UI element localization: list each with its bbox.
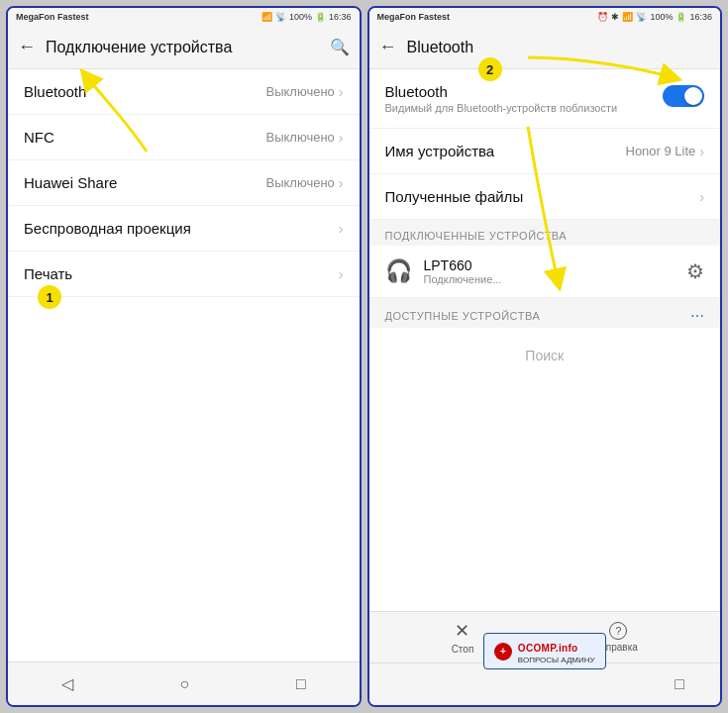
wifi-icon-right: 📡 xyxy=(636,12,647,22)
stop-icon: ✕ xyxy=(455,620,469,642)
chevron-print: › xyxy=(339,266,344,282)
setting-label-nfc: NFC xyxy=(24,129,54,146)
back-nav-left[interactable]: ◁ xyxy=(46,670,89,697)
bluetooth-toggle-text: Bluetooth Видимый для Bluetooth-устройст… xyxy=(385,83,618,114)
received-files-row[interactable]: Полученные файлы › xyxy=(369,174,721,220)
page-title-left: Подключение устройства xyxy=(46,39,320,56)
device-gear-icon[interactable]: ⚙ xyxy=(686,259,704,283)
setting-huawei-share[interactable]: Huawei Share Выключено › xyxy=(8,160,360,206)
setting-nfc[interactable]: NFC Выключено › xyxy=(8,115,360,160)
connected-devices-header: ПОДКЛЮЧЕННЫЕ УСТРОЙСТВА xyxy=(369,220,721,246)
setting-label-huawei-share: Huawei Share xyxy=(24,174,117,191)
left-phone: 1 MegaFon Fastest 📶 📡 100% 🔋 16:36 ← Под… xyxy=(6,6,362,707)
setting-label-wireless: Беспроводная проекция xyxy=(24,220,191,237)
bottom-nav-left: ◁ ○ □ xyxy=(8,662,360,705)
signal-icon-right: 📶 xyxy=(622,12,633,22)
help-label: Справка xyxy=(599,642,638,653)
battery-right: 100% xyxy=(650,12,673,22)
setting-bluetooth[interactable]: Bluetooth Выключено › xyxy=(8,69,360,115)
available-devices-header: ДОСТУПНЫЕ УСТРОЙСТВА ⋯ xyxy=(369,298,721,328)
page-title-right: Bluetooth xyxy=(407,39,711,56)
chevron-device-name: › xyxy=(699,144,704,159)
search-label: Поиск xyxy=(369,328,721,383)
setting-label-print: Печать xyxy=(24,265,72,282)
status-right-left: 📶 📡 100% 🔋 16:36 xyxy=(261,12,352,22)
connected-device-item[interactable]: 🎧 LPT660 Подключение... ⚙ xyxy=(369,246,721,298)
alarm-icon: ⏰ xyxy=(597,12,608,22)
recent-nav-right[interactable]: □ xyxy=(659,671,700,697)
time-left: 16:36 xyxy=(329,12,352,22)
status-bar-right: MegaFon Fastest ⏰ ✱ 📶 📡 100% 🔋 16:36 xyxy=(369,8,721,26)
carrier-left: MegaFon Fastest xyxy=(16,12,89,22)
device-status-lpt660: Подключение... xyxy=(424,273,676,285)
right-phone: 2 MegaFon Fastest ⏰ ✱ 📶 📡 100% 🔋 16:36 ←… xyxy=(367,6,723,707)
device-name-value: Honor 9 Lite › xyxy=(626,144,705,159)
setting-value-nfc: Выключено › xyxy=(266,130,344,146)
setting-value-wireless: › xyxy=(339,221,344,237)
header-left: ← Подключение устройства 🔍 xyxy=(8,26,360,69)
carrier-right: MegaFon Fastest xyxy=(377,12,451,22)
chevron-huawei-share: › xyxy=(339,175,344,191)
stop-action[interactable]: ✕ Стоп xyxy=(452,620,474,655)
setting-value-print: › xyxy=(339,266,344,282)
chevron-received-files: › xyxy=(699,189,704,205)
battery-icon-right: 🔋 xyxy=(676,12,686,22)
value-text-bluetooth: Выключено xyxy=(266,84,335,99)
setting-wireless-projection[interactable]: Беспроводная проекция › xyxy=(8,206,360,252)
value-text-huawei-share: Выключено xyxy=(266,175,335,190)
bluetooth-toggle-switch[interactable] xyxy=(663,85,704,107)
header-right: ← Bluetooth xyxy=(369,26,721,69)
time-right: 16:36 xyxy=(689,12,712,22)
device-name-text: Honor 9 Lite xyxy=(626,144,696,158)
home-nav-left[interactable]: ○ xyxy=(164,671,206,697)
device-name-lpt660: LPT660 xyxy=(424,257,676,273)
setting-print[interactable]: Печать › xyxy=(8,252,360,297)
settings-list-left: Bluetooth Выключено › NFC Выключено › Hu… xyxy=(8,69,360,662)
signal-icon: 📶 xyxy=(261,12,272,22)
chevron-bluetooth: › xyxy=(339,84,344,100)
bluetooth-description: Видимый для Bluetooth-устройств поблизос… xyxy=(385,102,618,114)
bluetooth-toggle-row[interactable]: Bluetooth Видимый для Bluetooth-устройст… xyxy=(369,69,721,129)
chevron-nfc: › xyxy=(339,130,344,146)
help-icon: ? xyxy=(609,622,627,640)
setting-value-huawei-share: Выключено › xyxy=(266,175,344,191)
toggle-knob xyxy=(684,87,702,105)
bluetooth-label: Bluetooth xyxy=(385,83,618,100)
received-files-label: Полученные файлы xyxy=(385,188,524,205)
battery-icon: 🔋 xyxy=(315,12,326,22)
device-name-label: Имя устройства xyxy=(385,143,495,159)
help-action[interactable]: ? Справка xyxy=(599,622,638,653)
status-bar-left: MegaFon Fastest 📶 📡 100% 🔋 16:36 xyxy=(8,8,360,26)
setting-value-bluetooth: Выключено › xyxy=(266,84,344,100)
device-name-row[interactable]: Имя устройства Honor 9 Lite › xyxy=(369,129,721,174)
received-files-value: › xyxy=(699,189,704,205)
status-right-right: ⏰ ✱ 📶 📡 100% 🔋 16:36 xyxy=(597,12,712,22)
battery-left: 100% xyxy=(289,12,312,22)
back-button-left[interactable]: ← xyxy=(18,37,36,57)
wifi-icon: 📡 xyxy=(275,12,286,22)
bottom-nav-right: □ xyxy=(369,662,721,705)
action-bar-right: ✕ Стоп ? Справка xyxy=(369,611,721,662)
bluetooth-section: Bluetooth Видимый для Bluetooth-устройст… xyxy=(369,69,721,611)
bt-icon: ✱ xyxy=(611,12,619,22)
available-title: ДОСТУПНЫЕ УСТРОЙСТВА xyxy=(385,310,541,322)
chevron-wireless: › xyxy=(339,221,344,237)
value-text-nfc: Выключено xyxy=(266,130,335,145)
setting-label-bluetooth: Bluetooth xyxy=(24,83,86,100)
back-button-right[interactable]: ← xyxy=(379,37,397,57)
recent-nav-left[interactable]: □ xyxy=(280,671,322,697)
stop-label: Стоп xyxy=(452,644,474,655)
headphone-icon: 🎧 xyxy=(385,258,412,284)
search-button-left[interactable]: 🔍 xyxy=(330,38,350,56)
loading-indicator: ⋯ xyxy=(690,308,705,324)
device-info: LPT660 Подключение... xyxy=(424,257,676,285)
